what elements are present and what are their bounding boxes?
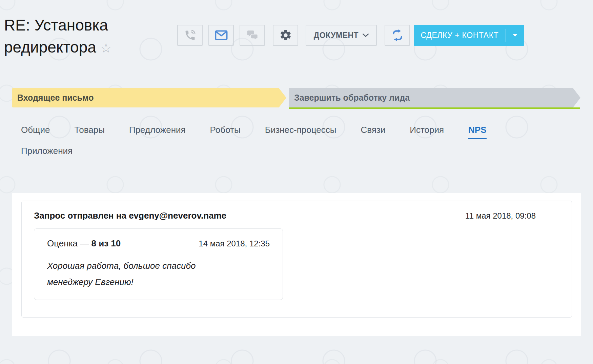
nps-request-title: Запрос отправлен на evgeny@neverov.name — [34, 210, 226, 221]
gear-icon — [279, 29, 292, 42]
chevron-down-icon — [363, 34, 369, 37]
stage-finish-label: Завершить обработку лида — [294, 93, 410, 103]
tab-history[interactable]: История — [410, 125, 444, 138]
tab-general[interactable]: Общие — [21, 125, 50, 138]
nps-score-date: 14 мая 2018, 12:35 — [199, 239, 270, 248]
caret-down-icon — [513, 34, 517, 37]
phone-icon — [184, 29, 196, 41]
deal-contact-dropdown[interactable] — [506, 34, 524, 37]
tab-products[interactable]: Товары — [75, 125, 105, 138]
nps-score: Оценка — 8 из 10 — [47, 238, 121, 249]
tab-nps[interactable]: NPS — [468, 125, 486, 139]
tab-business-processes[interactable]: Бизнес-процессы — [265, 125, 336, 138]
page-title-text: RE: Установка редиректора — [4, 16, 108, 56]
mail-icon — [215, 30, 228, 40]
page-title: RE: Установка редиректора☆ — [4, 14, 153, 59]
sync-arrows-icon — [391, 28, 404, 42]
stage-incoming-label: Входящее письмо — [17, 93, 94, 103]
nps-event-header: Запрос отправлен на evgeny@neverov.name … — [34, 210, 559, 221]
tab-links[interactable]: Связи — [361, 125, 385, 138]
mail-button[interactable] — [208, 25, 234, 46]
nps-score-label: Оценка — — [47, 238, 89, 248]
document-button-label: ДОКУМЕНТ — [314, 31, 359, 40]
stage-progress-line — [289, 107, 580, 109]
stage-finish-lead[interactable]: Завершить обработку лида — [289, 88, 580, 107]
tab-robots[interactable]: Роботы — [210, 125, 241, 138]
chat-button[interactable] — [240, 25, 265, 46]
document-button[interactable]: ДОКУМЕНТ — [306, 25, 377, 46]
stage-bar: Входящее письмо Завершить обработку лида — [12, 88, 581, 107]
toolbar: ДОКУМЕНТ СДЕЛКУ + КОНТАКТ — [177, 25, 524, 46]
phone-button[interactable] — [177, 25, 203, 46]
deal-contact-button[interactable]: СДЕЛКУ + КОНТАКТ — [414, 25, 524, 46]
content-panel: Запрос отправлен на evgeny@neverov.name … — [12, 193, 581, 336]
nps-event-card: Запрос отправлен на evgeny@neverov.name … — [21, 201, 572, 318]
deal-contact-label: СДЕЛКУ + КОНТАКТ — [414, 31, 506, 40]
nps-request-date: 11 мая 2018, 09:08 — [465, 211, 536, 221]
star-icon[interactable]: ☆ — [100, 41, 112, 55]
stage-incoming-letter[interactable]: Входящее письмо — [12, 88, 286, 107]
tab-offers[interactable]: Предложения — [129, 125, 186, 138]
nps-score-row: Оценка — 8 из 10 14 мая 2018, 12:35 — [47, 238, 270, 249]
nps-comment: Хорошая работа, большое спасибо менеджер… — [47, 258, 230, 290]
sync-button[interactable] — [385, 25, 410, 46]
nps-response-box: Оценка — 8 из 10 14 мая 2018, 12:35 Хоро… — [34, 228, 283, 300]
settings-button[interactable] — [273, 25, 298, 46]
nps-score-value: 8 из 10 — [91, 238, 121, 248]
tab-bar: Общие Товары Предложения Роботы Бизнес-п… — [21, 125, 550, 159]
tab-applications[interactable]: Приложения — [21, 146, 73, 159]
chat-icon — [246, 29, 259, 41]
